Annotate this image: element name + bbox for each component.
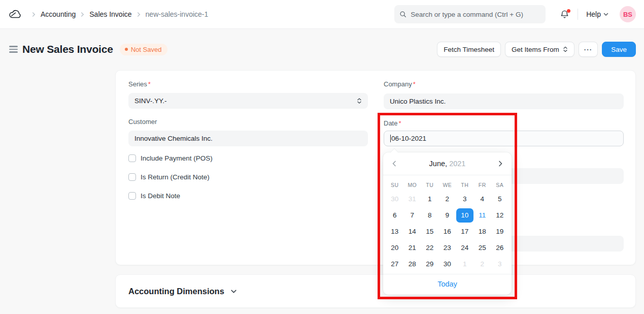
day-header: WE	[438, 180, 456, 190]
chevron-right-icon	[137, 12, 141, 17]
text-cursor	[390, 135, 391, 142]
get-items-from-label: Get Items From	[512, 46, 559, 53]
calendar-footer: Today	[383, 274, 512, 294]
calendar-day[interactable]: 2	[438, 192, 456, 206]
fetch-timesheet-button[interactable]: Fetch Timesheet	[437, 42, 501, 57]
next-month-button[interactable]	[497, 160, 504, 167]
select-carets-icon	[357, 98, 362, 104]
calendar-day-selected[interactable]: 10	[456, 208, 474, 223]
calendar-month-year: June, 2021	[429, 160, 466, 168]
date-value: 06-10-2021	[391, 135, 426, 142]
company-field[interactable]: Unico Plastics Inc.	[384, 93, 624, 109]
calendar-day[interactable]: 16	[438, 225, 456, 239]
status-dot-icon	[125, 48, 128, 51]
top-navbar: Accounting Sales Invoice new-sales-invoi…	[0, 0, 644, 29]
checkbox-label: Include Payment (POS)	[141, 154, 213, 162]
required-asterisk: *	[413, 80, 416, 88]
page-title: New Sales Invoice	[22, 43, 113, 55]
calendar-day[interactable]: 30	[438, 257, 456, 271]
calendar-day[interactable]: 5	[491, 192, 509, 206]
calendar-day: 31	[403, 192, 421, 206]
search-icon	[399, 11, 406, 18]
help-label: Help	[586, 10, 601, 18]
required-asterisk: *	[148, 80, 151, 88]
accounting-dimensions-toggle[interactable]: Accounting Dimensions	[128, 287, 237, 296]
day-header: SU	[386, 180, 404, 190]
calendar-day[interactable]: 9	[438, 208, 456, 223]
series-select[interactable]: SINV-.YY.-	[128, 93, 368, 109]
calendar-day[interactable]: 18	[473, 225, 491, 239]
calendar-day[interactable]: 26	[491, 241, 509, 255]
calendar-day[interactable]: 8	[421, 208, 439, 223]
checkbox-unchecked-icon[interactable]	[128, 154, 136, 162]
calendar-day[interactable]: 27	[386, 257, 404, 271]
calendar-day[interactable]: 19	[491, 225, 509, 239]
calendar-day[interactable]: 7	[403, 208, 421, 223]
breadcrumb-sales-invoice[interactable]: Sales Invoice	[89, 10, 131, 18]
notification-dot	[567, 9, 570, 13]
select-carets-icon	[563, 46, 568, 52]
more-actions-button[interactable]: ···	[579, 42, 598, 57]
chevron-right-icon	[31, 12, 36, 17]
invoice-form-card: Series* SINV-.YY.- Customer Innovative C…	[115, 70, 636, 265]
frappe-cloud-logo-icon[interactable]	[8, 9, 22, 20]
calendar-day[interactable]: 14	[403, 225, 421, 239]
search-input[interactable]	[411, 11, 540, 18]
checkbox-unchecked-icon[interactable]	[128, 192, 136, 200]
calendar-day[interactable]: 23	[438, 241, 456, 255]
calendar-day[interactable]: 13	[386, 225, 404, 239]
customer-field[interactable]: Innovative Chemicals Inc.	[128, 131, 368, 146]
required-asterisk: *	[398, 119, 401, 127]
calendar-day: 1	[456, 257, 474, 271]
calendar-day[interactable]: 17	[456, 225, 474, 239]
checkbox-unchecked-icon[interactable]	[128, 173, 136, 181]
calendar-day[interactable]: 28	[403, 257, 421, 271]
checkbox-label: Is Debit Note	[141, 192, 180, 200]
calendar-day[interactable]: 3	[456, 192, 474, 206]
calendar-day: 3	[491, 257, 509, 271]
calendar-day-today[interactable]: 11	[473, 208, 491, 223]
calendar-day[interactable]: 22	[421, 241, 439, 255]
accounting-dimensions-label: Accounting Dimensions	[128, 287, 224, 296]
get-items-from-button[interactable]: Get Items From	[505, 42, 574, 57]
calendar-year: 2021	[449, 160, 465, 168]
calendar-day[interactable]: 29	[421, 257, 439, 271]
chevron-down-icon	[230, 288, 237, 295]
global-search[interactable]	[394, 5, 546, 23]
day-header: TU	[421, 180, 439, 190]
checkbox-label: Is Return (Credit Note)	[141, 173, 210, 181]
breadcrumb-accounting[interactable]: Accounting	[41, 10, 76, 18]
calendar-day[interactable]: 12	[491, 208, 509, 223]
calendar-day-headers: SU MO TU WE TH FR SA	[386, 180, 509, 190]
date-input[interactable]: 06-10-2021	[384, 131, 624, 146]
include-payment-checkbox-row[interactable]: Include Payment (POS)	[128, 154, 213, 162]
calendar-day[interactable]: 1	[421, 192, 439, 206]
calendar-day[interactable]: 20	[386, 241, 404, 255]
calendar-day: 30	[386, 192, 404, 206]
calendar-day: 2	[473, 257, 491, 271]
calendar-day[interactable]: 6	[386, 208, 404, 223]
day-header: MO	[403, 180, 421, 190]
today-button[interactable]: Today	[437, 280, 457, 288]
chevron-down-icon	[603, 12, 608, 17]
status-badge: Not Saved	[120, 44, 168, 55]
customer-value: Innovative Chemicals Inc.	[134, 135, 213, 142]
calendar-header: June, 2021	[383, 152, 512, 175]
calendar-day[interactable]: 25	[473, 241, 491, 255]
calendar-day[interactable]: 21	[403, 241, 421, 255]
previous-month-button[interactable]	[391, 160, 398, 167]
user-avatar[interactable]: BS	[620, 6, 636, 22]
calendar-day[interactable]: 24	[456, 241, 474, 255]
customer-label: Customer	[128, 118, 157, 125]
company-label: Company*	[384, 80, 416, 88]
sidebar-toggle-icon[interactable]	[9, 46, 18, 53]
save-button[interactable]: Save	[602, 42, 636, 57]
is-debit-note-checkbox-row[interactable]: Is Debit Note	[128, 192, 180, 200]
is-return-checkbox-row[interactable]: Is Return (Credit Note)	[128, 173, 210, 181]
day-header: SA	[491, 180, 509, 190]
help-menu[interactable]: Help	[586, 10, 608, 18]
calendar-day[interactable]: 4	[473, 192, 491, 206]
calendar-day[interactable]: 15	[421, 225, 439, 239]
notifications-bell-icon[interactable]	[560, 10, 569, 19]
calendar-month: June,	[429, 160, 447, 168]
